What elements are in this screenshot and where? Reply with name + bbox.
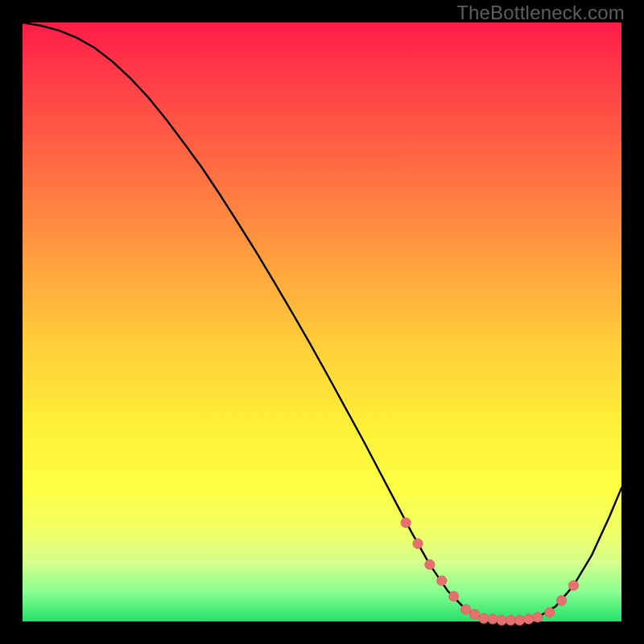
curve-marker [448,592,458,601]
curve-marker [413,539,423,548]
curve-marker [545,608,555,617]
curve-marker [425,559,435,569]
curve-marker [506,615,515,625]
curve-path [23,23,621,621]
plot-area [23,23,621,621]
curve-marker [401,518,411,527]
curve-marker [523,614,533,624]
curve-marker [568,580,578,590]
curve-markers [401,518,579,625]
curve-marker [437,576,447,585]
curve-marker [497,615,506,625]
bottleneck-curve [23,23,621,621]
curve-marker [460,605,470,614]
curve-marker [533,613,543,622]
chart-frame: TheBottleneck.com [0,0,644,644]
watermark-text: TheBottleneck.com [456,2,625,24]
curve-marker [488,614,497,624]
curve-marker [470,609,480,619]
curve-marker [556,596,566,605]
curve-marker [514,615,524,625]
curve-marker [479,613,489,623]
